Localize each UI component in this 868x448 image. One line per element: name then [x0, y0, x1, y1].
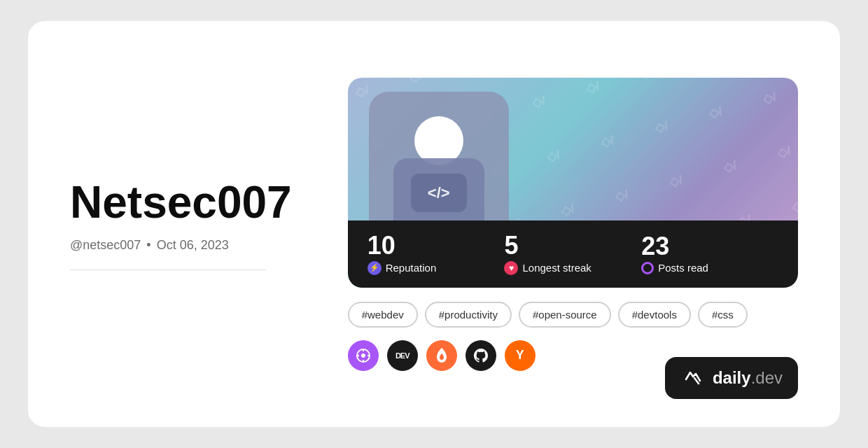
crosshair-icon[interactable]: [348, 340, 379, 371]
daily-logo-icon: [680, 365, 706, 391]
stats-bar: 10 ⚡ Reputation 5 ♥ Longest streak 23: [348, 220, 798, 288]
posts-value: 23: [641, 234, 778, 259]
tag-open-source[interactable]: #open-source: [519, 302, 611, 328]
avatar-body-inner: </>: [411, 174, 467, 212]
daily-dev-text: daily.dev: [713, 368, 783, 388]
avatar-body: </>: [393, 158, 484, 221]
reputation-icon: ⚡: [368, 261, 382, 275]
streak-icon: ♥: [504, 261, 518, 275]
join-date: Oct 06, 2023: [157, 238, 229, 253]
reputation-value: 10: [368, 233, 505, 258]
left-section: Netsec007 @netsec007 • Oct 06, 2023: [70, 178, 292, 270]
posts-label-row: Posts read: [641, 262, 778, 274]
reputation-label: Reputation: [386, 262, 437, 274]
stat-posts: 23 Posts read: [641, 234, 778, 274]
divider: [70, 270, 266, 270]
streak-label: Longest streak: [522, 262, 591, 274]
handle: @netsec007: [70, 238, 141, 253]
daily-bold-text: daily: [713, 368, 751, 388]
stat-reputation: 10 ⚡ Reputation: [368, 233, 505, 275]
tag-webdev[interactable]: #webdev: [348, 302, 418, 328]
hashnode-icon[interactable]: [426, 340, 457, 371]
username: Netsec007: [70, 178, 292, 227]
posts-label: Posts read: [658, 262, 708, 274]
tags-section: #webdev #productivity #open-source #devt…: [348, 302, 798, 328]
streak-label-row: ♥ Longest streak: [504, 261, 641, 275]
handle-date-row: @netsec007 • Oct 06, 2023: [70, 238, 292, 253]
profile-image-card: ◇/ </> 10: [348, 78, 798, 288]
svg-point-3: [361, 354, 365, 358]
svg-rect-8: [680, 365, 706, 391]
daily-light-text: .dev: [751, 368, 783, 388]
profile-card: Netsec007 @netsec007 • Oct 06, 2023 ◇/: [28, 21, 840, 427]
tag-productivity[interactable]: #productivity: [425, 302, 512, 328]
code-icon: </>: [428, 184, 450, 202]
tag-css[interactable]: #css: [698, 302, 748, 328]
tag-devtools[interactable]: #devtools: [618, 302, 691, 328]
stat-streak: 5 ♥ Longest streak: [504, 233, 641, 275]
dev-icon[interactable]: DEV: [387, 340, 418, 371]
daily-dev-brand: daily.dev: [665, 357, 798, 399]
github-icon[interactable]: [465, 340, 496, 371]
streak-value: 5: [504, 233, 641, 258]
posts-icon: [641, 262, 654, 274]
separator-dot: •: [146, 238, 150, 253]
right-section: ◇/ </> 10: [348, 78, 798, 371]
hackernews-icon[interactable]: Y: [505, 340, 536, 371]
reputation-label-row: ⚡ Reputation: [368, 261, 505, 275]
